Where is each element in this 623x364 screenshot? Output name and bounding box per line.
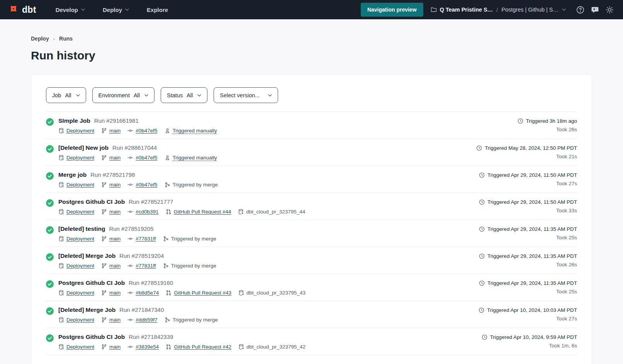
run-row[interactable]: SImple Job Run #291661981 Deploym [46, 112, 577, 139]
git-branch-icon [101, 290, 107, 296]
job-name-link[interactable]: [Deleted] New job [58, 144, 109, 151]
git-merge-icon [165, 182, 170, 188]
run-row[interactable]: Postgres Github CI Job Run #271842339 [46, 328, 577, 355]
triggered-time: Triggered 3h 18m ago [518, 118, 577, 124]
status-filter[interactable]: Status All [161, 87, 207, 103]
branch-link[interactable]: main [109, 290, 121, 296]
run-row[interactable]: Postgres Github CI Job Run #278521777 [46, 193, 577, 220]
environment-filter[interactable]: Environment All [92, 87, 155, 103]
commit-icon [127, 344, 133, 350]
person-icon [165, 128, 170, 134]
commit-link[interactable]: #cd0b391 [136, 209, 158, 215]
branch-meta: main [101, 209, 121, 215]
git-merge-icon [163, 236, 169, 242]
commit-icon [127, 182, 133, 188]
branch-link[interactable]: main [109, 263, 121, 269]
help-icon[interactable] [576, 6, 584, 14]
run-success-icon [46, 226, 54, 242]
commit-link[interactable]: #77831ff [136, 263, 156, 269]
job-name-link[interactable]: Merge job [58, 171, 87, 178]
environment-selector[interactable]: Postgres | Github | S… [501, 7, 566, 13]
run-row[interactable]: [Deleted] Merge Job Run #271847340 [46, 301, 577, 328]
run-success-icon [46, 172, 54, 188]
commit-link[interactable]: #3839e54 [136, 344, 159, 350]
job-name-link[interactable]: [Deleted] Merge Job [58, 252, 115, 259]
run-number: Run #271842339 [129, 334, 173, 340]
branch-link[interactable]: main [109, 317, 121, 323]
branch-link[interactable]: main [109, 182, 121, 188]
database-icon [58, 128, 64, 134]
commit-link[interactable]: #0b47ef5 [136, 155, 157, 161]
breadcrumb: Deploy › Runs [31, 19, 592, 42]
commit-meta: #0b47ef5 [127, 182, 157, 188]
trigger-label[interactable]: Triggered manually [173, 128, 217, 134]
trigger-label[interactable]: Triggered manually [173, 155, 217, 161]
version-filter[interactable]: Select version... [214, 87, 278, 103]
pull-request-link[interactable]: GitHub Pull Request #42 [174, 344, 231, 350]
job-name-link[interactable]: Postgres Github CI Job [58, 334, 125, 340]
environment-link[interactable]: Deployment [66, 263, 94, 269]
chevron-down-icon [268, 94, 272, 97]
job-name-link[interactable]: SImple Job [58, 117, 90, 124]
run-success-icon [46, 334, 54, 350]
breadcrumb-runs[interactable]: Runs [59, 36, 73, 42]
project-selector[interactable]: Q Team Pristine S… [431, 7, 493, 13]
menu-develop[interactable]: Develop [56, 7, 85, 13]
branch-link[interactable]: main [109, 209, 121, 215]
commit-link[interactable]: #0b47ef5 [136, 182, 157, 188]
dbt-logo[interactable]: dbt [8, 4, 36, 15]
menu-explore[interactable]: Explore [147, 7, 168, 13]
schema-name: dbt_cloud_pr_323795_44 [246, 209, 305, 215]
run-duration: Took 25s [556, 235, 577, 240]
environment-link[interactable]: Deployment [66, 182, 94, 188]
commit-link[interactable]: #77831ff [136, 236, 156, 242]
menu-deploy[interactable]: Deploy [103, 7, 129, 13]
branch-link[interactable]: main [109, 155, 121, 161]
run-row[interactable]: [Deleted] testing Run #278519205 [46, 220, 577, 247]
branch-link[interactable]: main [109, 236, 121, 242]
navigation-preview-button[interactable]: Navigation preview [361, 3, 423, 17]
job-name-link[interactable]: [Deleted] Merge Job [58, 306, 115, 313]
branch-link[interactable]: main [109, 344, 121, 350]
run-row[interactable]: [Deleted] Merge Job Run #278519204 [46, 247, 577, 274]
commit-meta: #cd0b391 [127, 209, 158, 215]
run-row[interactable]: [Deleted] New job Run #288617044 [46, 139, 577, 166]
commit-link[interactable]: #ddb59f7 [136, 317, 157, 323]
job-filter[interactable]: Job All [46, 87, 86, 103]
gear-icon[interactable] [606, 6, 614, 14]
environment-meta: Deployment [58, 128, 94, 134]
run-success-icon [46, 199, 54, 215]
database-icon [58, 155, 64, 161]
environment-link[interactable]: Deployment [66, 236, 94, 242]
commit-link[interactable]: #b8d5e74 [136, 290, 159, 296]
job-name-link[interactable]: [Deleted] testing [58, 225, 105, 232]
top-nav: dbt Develop Deploy Explore Navigation pr… [0, 0, 623, 19]
run-row[interactable]: Merge job Run #278521798 Deployme [46, 166, 577, 193]
branch-meta: main [101, 182, 121, 188]
page-title: Run history [31, 49, 592, 62]
job-name-link[interactable]: Postgres Github CI Job [58, 279, 125, 286]
breadcrumb-deploy[interactable]: Deploy [31, 36, 49, 42]
run-row[interactable]: Postgres Github CI Job Run #278519160 [46, 274, 577, 301]
branch-link[interactable]: main [109, 128, 121, 134]
pull-request-meta: GitHub Pull Request #43 [166, 290, 231, 296]
environment-link[interactable]: Deployment [66, 290, 94, 296]
run-duration: Took 25s [556, 289, 577, 295]
environment-link[interactable]: Deployment [66, 209, 94, 215]
commit-link[interactable]: #0b47ef5 [136, 128, 157, 134]
feedback-icon[interactable] [591, 6, 599, 14]
environment-link[interactable]: Deployment [66, 344, 94, 350]
git-merge-icon [165, 317, 170, 323]
clock-icon [518, 118, 523, 124]
job-name-link[interactable]: Postgres Github CI Job [58, 198, 125, 205]
run-success-icon [46, 118, 54, 134]
run-number: Run #278519160 [129, 279, 173, 286]
pull-request-link[interactable]: GitHub Pull Request #43 [174, 290, 231, 296]
pull-request-link[interactable]: GitHub Pull Request #44 [174, 209, 231, 215]
environment-link[interactable]: Deployment [66, 317, 94, 323]
trigger-label: Triggered by merge [173, 182, 218, 188]
environment-link[interactable]: Deployment [66, 155, 94, 161]
git-branch-icon [101, 182, 107, 188]
run-number: Run #271847340 [119, 306, 164, 313]
environment-link[interactable]: Deployment [66, 128, 94, 134]
